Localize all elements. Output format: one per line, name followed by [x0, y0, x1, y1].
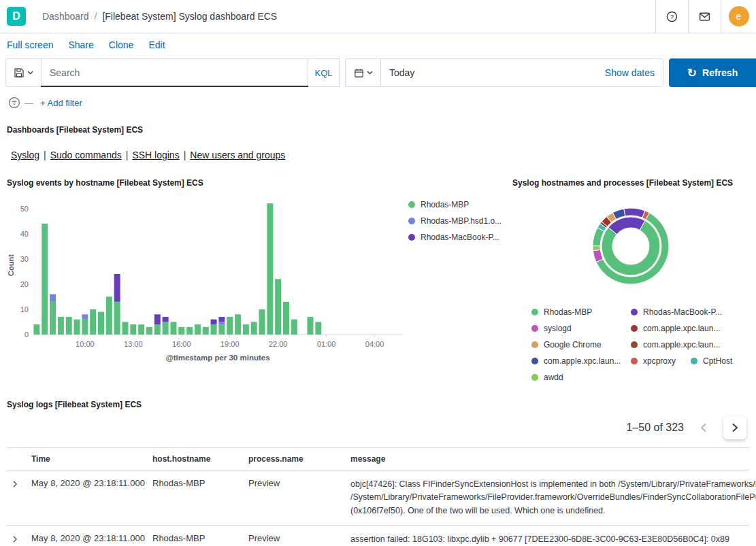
- bar-segment[interactable]: [50, 294, 56, 302]
- filter-menu-icon[interactable]: [8, 97, 20, 109]
- markdown-link-sudo-commands[interactable]: Sudo commands: [50, 150, 122, 160]
- prev-page-button[interactable]: [692, 416, 715, 439]
- bar-segment[interactable]: [154, 324, 161, 335]
- bar-segment[interactable]: [154, 314, 161, 324]
- legend-label: Rhodas-MacBook-P...: [421, 233, 499, 242]
- markdown-link-new-users-and-groups[interactable]: New users and groups: [190, 150, 285, 160]
- bar-segment[interactable]: [90, 309, 96, 335]
- bar-segment[interactable]: [50, 302, 56, 335]
- legend-item[interactable]: Google Chrome: [531, 340, 631, 349]
- filter-bar: — + Add filter: [0, 92, 756, 116]
- bar-segment[interactable]: [186, 327, 193, 335]
- bar-segment[interactable]: [114, 274, 120, 302]
- kql-syntax-button[interactable]: KQL: [308, 59, 339, 86]
- user-menu[interactable]: e: [721, 0, 756, 33]
- bar-segment[interactable]: [275, 279, 281, 335]
- bar-segment[interactable]: [203, 327, 209, 335]
- legend-label: xpcproxy: [643, 356, 676, 366]
- breadcrumb-separator: /: [95, 11, 97, 22]
- add-filter-link[interactable]: + Add filter: [40, 98, 82, 108]
- bar-segment[interactable]: [227, 317, 233, 335]
- dashboard-canvas: Dashboards [Filebeat System] ECS Syslog|…: [0, 125, 756, 546]
- show-dates-link[interactable]: Show dates: [605, 67, 655, 78]
- bar-segment[interactable]: [243, 324, 249, 335]
- legend-item[interactable]: Rhodas-MacBook-P...: [631, 307, 730, 317]
- action-edit[interactable]: Edit: [148, 39, 165, 50]
- column-process: process.name: [248, 454, 350, 464]
- bar-segment[interactable]: [114, 302, 120, 335]
- svg-text:?: ?: [670, 13, 674, 20]
- refresh-button[interactable]: ↻ Refresh: [669, 58, 756, 87]
- next-page-button[interactable]: [723, 416, 746, 439]
- bar-segment[interactable]: [42, 224, 48, 335]
- avatar[interactable]: e: [729, 6, 749, 27]
- bar-segment[interactable]: [235, 314, 241, 335]
- date-display[interactable]: Today Show dates: [380, 58, 663, 87]
- bar-segment[interactable]: [218, 317, 225, 322]
- bar-segment[interactable]: [259, 309, 265, 335]
- bar-segment[interactable]: [130, 324, 136, 335]
- legend-item[interactable]: com.apple.xpc.laun...: [531, 356, 631, 366]
- bar-segment[interactable]: [146, 327, 152, 335]
- bar-segment[interactable]: [178, 327, 184, 335]
- bar-segment[interactable]: [106, 296, 112, 335]
- bar-segment[interactable]: [122, 322, 129, 335]
- markdown-link-ssh-logins[interactable]: SSH logins: [132, 150, 179, 160]
- markdown-link-syslog[interactable]: Syslog: [11, 150, 39, 160]
- bar-segment[interactable]: [82, 314, 88, 319]
- bar-segment[interactable]: [74, 320, 80, 335]
- bar-segment[interactable]: [66, 317, 72, 335]
- breadcrumb-dashboard[interactable]: Dashboard: [42, 11, 89, 22]
- legend-item[interactable]: awdd: [531, 373, 563, 382]
- logs-table-body: May 8, 2020 @ 23:18:11.000Rhodas-MBPPrev…: [7, 471, 749, 546]
- search-input[interactable]: [42, 59, 308, 86]
- donut-segment[interactable]: [624, 208, 645, 218]
- legend-item[interactable]: Rhodas-MacBook-P...: [408, 233, 502, 242]
- bar-segment[interactable]: [211, 324, 217, 335]
- column-time: Time: [31, 454, 152, 464]
- donut-segment[interactable]: [593, 246, 600, 251]
- action-full-screen[interactable]: Full screen: [7, 39, 53, 50]
- bar-segment[interactable]: [170, 322, 176, 335]
- legend-label: Rhodas-MBP.hsd1.o...: [421, 216, 502, 226]
- expand-row-button[interactable]: [7, 478, 23, 490]
- legend-item[interactable]: Rhodas-MBP: [531, 307, 631, 317]
- donut-segment[interactable]: [602, 220, 660, 275]
- bar-segment[interactable]: [163, 317, 169, 322]
- chevron-right-icon: [10, 534, 20, 544]
- bar-segment[interactable]: [218, 322, 225, 324]
- legend-item[interactable]: CptHost: [691, 356, 732, 366]
- expand-row-button[interactable]: [7, 533, 23, 545]
- bar-segment[interactable]: [315, 322, 321, 335]
- legend-item[interactable]: Rhodas-MBP: [408, 200, 502, 209]
- logs-table: Time host.hostname process.name message …: [7, 447, 749, 546]
- bar-segment[interactable]: [291, 320, 297, 335]
- bar-segment[interactable]: [211, 320, 217, 324]
- action-share[interactable]: Share: [68, 39, 93, 50]
- markdown-panel: Dashboards [Filebeat System] ECS Syslog|…: [7, 125, 749, 167]
- newsfeed-icon[interactable]: [688, 0, 721, 33]
- bar-segment[interactable]: [283, 302, 289, 335]
- breadcrumb: Dashboard / [Filebeat System] Syslog das…: [33, 11, 655, 22]
- bar-segment[interactable]: [33, 324, 39, 335]
- bar-segment[interactable]: [58, 317, 64, 335]
- legend-item[interactable]: xpcproxy: [631, 356, 691, 366]
- legend-item[interactable]: com.apple.xpc.laun...: [631, 340, 730, 349]
- bar-segment[interactable]: [251, 322, 257, 335]
- help-icon[interactable]: ?: [655, 0, 688, 33]
- calendar-dropdown-button[interactable]: [345, 58, 380, 87]
- bar-segment[interactable]: [195, 324, 201, 335]
- bar-segment[interactable]: [308, 317, 314, 335]
- legend-item[interactable]: com.apple.xpc.laun...: [631, 324, 730, 333]
- action-clone[interactable]: Clone: [109, 39, 134, 50]
- saved-query-button[interactable]: [5, 58, 41, 87]
- bar-segment[interactable]: [98, 312, 104, 335]
- bar-segment[interactable]: [218, 324, 225, 335]
- kibana-app-logo[interactable]: D: [0, 0, 33, 33]
- bar-segment[interactable]: [138, 324, 144, 335]
- bar-segment[interactable]: [267, 203, 273, 335]
- bar-segment[interactable]: [82, 320, 88, 335]
- legend-item[interactable]: Rhodas-MBP.hsd1.o...: [408, 216, 502, 226]
- bar-segment[interactable]: [163, 322, 169, 335]
- legend-item[interactable]: syslogd: [531, 324, 631, 333]
